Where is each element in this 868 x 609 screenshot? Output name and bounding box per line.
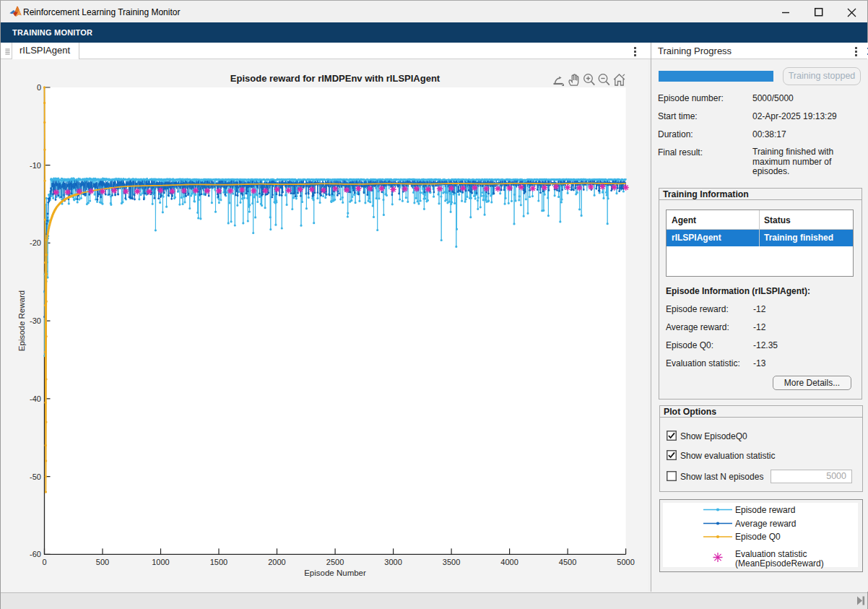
svg-text:-30: -30 xyxy=(30,316,41,325)
svg-text:4500: 4500 xyxy=(559,558,576,566)
svg-text:2000: 2000 xyxy=(268,558,285,566)
svg-text:Episode reward: Episode reward xyxy=(735,505,795,515)
svg-text:1000: 1000 xyxy=(152,558,169,566)
svg-text:1500: 1500 xyxy=(210,558,227,566)
svg-text:(MeanEpisodeReward): (MeanEpisodeReward) xyxy=(735,558,824,569)
svg-text:Evaluation statistic: Evaluation statistic xyxy=(735,549,807,559)
svg-text:0: 0 xyxy=(42,558,46,566)
svg-text:-40: -40 xyxy=(30,394,41,403)
svg-text:3000: 3000 xyxy=(384,558,402,566)
svg-text:2500: 2500 xyxy=(326,558,344,566)
svg-text:3500: 3500 xyxy=(443,558,460,566)
svg-text:Episode reward for rIMDPEnv wi: Episode reward for rIMDPEnv with rILSPIA… xyxy=(230,73,440,84)
svg-text:4000: 4000 xyxy=(500,558,518,566)
svg-text:-10: -10 xyxy=(30,161,41,170)
svg-text:5000: 5000 xyxy=(617,558,634,566)
svg-text:Episode Reward: Episode Reward xyxy=(17,290,26,351)
svg-text:0: 0 xyxy=(37,83,41,92)
svg-text:-60: -60 xyxy=(30,550,41,558)
svg-text:Episode Q0: Episode Q0 xyxy=(735,532,781,542)
svg-text:-20: -20 xyxy=(30,238,41,247)
svg-text:Average reward: Average reward xyxy=(735,519,797,529)
svg-text:-50: -50 xyxy=(30,472,41,481)
svg-text:Episode Number: Episode Number xyxy=(304,569,366,577)
svg-text:500: 500 xyxy=(96,558,109,566)
